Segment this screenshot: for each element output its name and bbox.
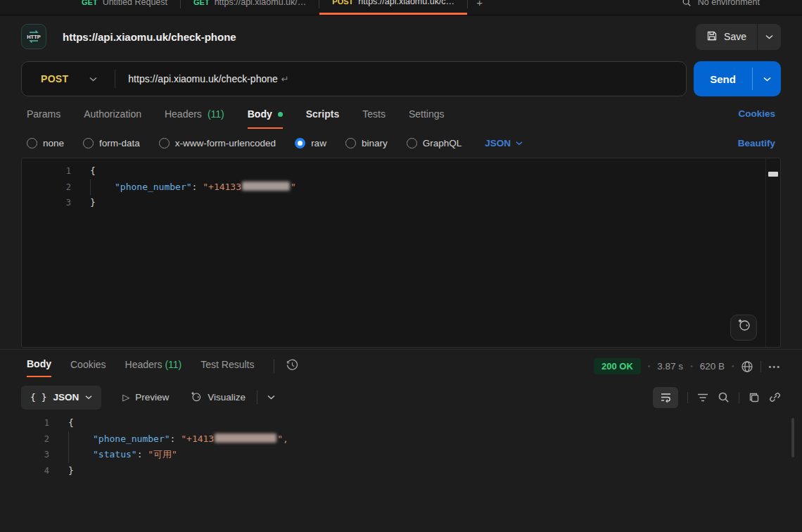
request-body-editor[interactable]: 1 { 2 "phone_number": "+14133" 3 } [21,158,781,348]
radio-label: x-www-form-urlencoded [175,138,276,148]
radio-graphql[interactable]: GraphQL [407,138,462,148]
response-tab-bar: Body Cookies Headers (11) Test Results [27,358,274,377]
divider [687,392,688,403]
save-options-button[interactable] [758,24,781,50]
radio-raw[interactable]: raw [295,138,326,148]
radio-circle-selected [295,138,305,148]
network-globe-icon[interactable] [741,360,753,373]
format-label: JSON [53,392,79,403]
word-wrap-toggle[interactable] [653,387,678,408]
response-status-group: 200 OK • 3.87 s • 620 B • ••• [594,358,781,374]
line-number: 4 [0,463,49,479]
response-tab-cookies[interactable]: Cookies [70,359,106,376]
send-options-button[interactable] [753,61,781,96]
method-selector[interactable]: POST [22,73,68,84]
tab-label: Body [248,108,272,120]
more-formats-button[interactable] [267,395,275,400]
search-icon[interactable] [682,0,692,7]
radio-circle [83,138,94,148]
radio-label: binary [362,138,388,148]
visualize-label: Visualize [208,392,246,403]
request-tab-1[interactable]: GET Untitled Request [69,0,180,15]
tab-label: Scripts [306,108,339,120]
preview-button[interactable]: ▷ Preview [122,392,169,403]
chevron-down-icon [765,34,773,39]
radio-circle [407,138,417,148]
tab-method-badge: GET [193,0,210,6]
send-button[interactable]: Send [694,61,752,96]
tab-scripts[interactable]: Scripts [306,108,339,127]
response-format-dropdown[interactable]: { } JSON [21,386,101,410]
radio-binary[interactable]: binary [345,138,388,148]
response-tab-headers[interactable]: Headers (11) [125,359,182,376]
response-size: 620 B [700,361,725,372]
save-label: Save [724,31,746,42]
radio-circle [27,138,37,148]
request-tab-bar: Params Authorization Headers (11) Body S… [27,108,775,129]
tab-label: Untitled Request [103,0,167,7]
scrollbar-track [765,158,766,347]
format-label: JSON [485,138,511,148]
save-split-button: Save [696,24,781,50]
code-text: { [68,415,74,431]
response-history-icon[interactable] [286,358,299,374]
http-request-icon: HTTP [21,24,46,49]
radio-none[interactable]: none [27,138,64,148]
separator-dot: • [648,362,651,370]
code-line: 1 { [0,415,802,431]
save-button[interactable]: Save [696,24,757,50]
filter-icon[interactable] [697,393,708,403]
code-text: } [68,463,74,479]
code-line: 3 "status": "可用" [0,447,802,463]
url-bar: POST https://api.xiaomu.uk/check-phone ↵ [21,61,687,96]
cookies-link[interactable]: Cookies [738,108,775,119]
redacted-value [215,433,276,443]
chevron-down-icon [763,77,771,82]
copy-icon[interactable] [749,392,760,403]
tab-headers[interactable]: Headers (11) [165,108,224,127]
response-time: 3.87 s [657,361,683,372]
tab-params[interactable]: Params [27,108,61,127]
line-number: 1 [22,163,71,179]
code-text: "status": "可用" [68,447,177,463]
svg-text:HTTP: HTTP [27,34,41,40]
beautify-link[interactable]: Beautify [738,138,775,148]
tab-body[interactable]: Body [248,108,283,129]
preview-label: Preview [135,392,169,403]
search-icon[interactable] [718,391,730,403]
radio-urlencoded[interactable]: x-www-form-urlencoded [159,138,276,148]
scrollbar-thumb[interactable] [791,418,794,457]
tab-tests[interactable]: Tests [362,108,386,127]
code-text: "phone_number": "+1413", [68,431,288,448]
postbot-button[interactable] [730,315,757,341]
response-tab-body[interactable]: Body [27,358,51,377]
response-body-viewer[interactable]: 1 { 2 "phone_number": "+1413", 3 "status… [0,415,802,479]
divider [739,392,739,403]
scrollbar-thumb[interactable] [768,172,778,177]
response-meta-bar: Body Cookies Headers (11) Test Results 2… [0,350,802,380]
url-input[interactable]: https://api.xiaomu.uk/check-phone [128,73,277,84]
response-action-icons [653,387,781,408]
separator-dot: • [732,362,734,370]
link-icon[interactable] [769,391,781,403]
code-line: 2 "phone_number": "+14133" [22,179,780,196]
tab-settings[interactable]: Settings [409,108,445,127]
new-tab-button[interactable]: + [468,0,491,8]
format-dropdown[interactable]: JSON [485,138,523,148]
response-tab-test-results[interactable]: Test Results [200,359,254,376]
radio-label: none [43,138,64,148]
environment-selector[interactable]: No environment [698,0,760,7]
request-tab-3-active[interactable]: POST https://api.xiaomu.uk/c… [319,0,467,15]
chevron-down-icon[interactable] [89,77,97,82]
tab-label: Headers [125,359,163,370]
more-options-icon[interactable]: ••• [768,362,781,371]
tab-label: Tests [362,108,386,120]
tab-label: https://api.xiaomu.uk/c… [358,0,454,6]
return-key-icon: ↵ [281,74,289,84]
visualize-button[interactable]: Visualize [190,391,246,405]
body-type-row: none form-data x-www-form-urlencoded raw… [27,138,775,148]
request-tab-2[interactable]: GET https://api.xiaomu.uk/… [181,0,319,15]
radio-form-data[interactable]: form-data [83,138,140,148]
tab-authorization[interactable]: Authorization [84,108,141,127]
code-text: { [90,163,96,179]
